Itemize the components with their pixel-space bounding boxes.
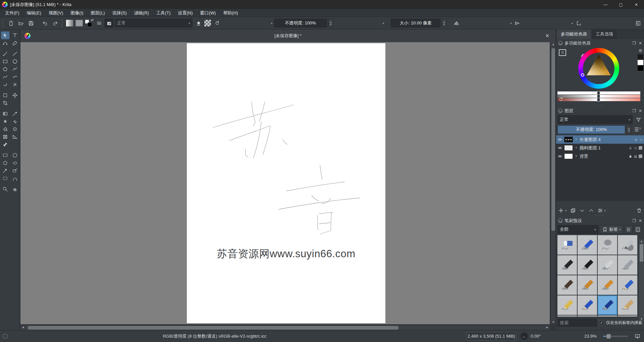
tool-polygon[interactable]: [1, 65, 9, 73]
tool-edit-shapes[interactable]: [1, 39, 9, 47]
inherit-alpha-icon[interactable]: [638, 154, 643, 158]
brush-preset-6[interactable]: [598, 255, 617, 275]
tool-ellipse[interactable]: [11, 58, 19, 65]
chevron-down-icon[interactable]: ▾: [571, 21, 573, 25]
alpha-lock-icon[interactable]: α: [640, 137, 643, 142]
layer-properties-button[interactable]: [597, 208, 603, 213]
tool-gradient[interactable]: [1, 110, 9, 118]
brush-preset-14[interactable]: [598, 295, 617, 315]
blend-mode-dropdown[interactable]: 正常 ▾: [115, 19, 193, 27]
maximize-button[interactable]: ▢: [613, 0, 629, 9]
selection-mode-icon[interactable]: [3, 334, 7, 338]
vertical-scrollbar-thumb[interactable]: [551, 48, 555, 231]
menu-item-滤镜R[interactable]: 滤镜(R): [130, 9, 153, 17]
open-document-button[interactable]: [16, 19, 25, 27]
brush-scrollbar-thumb[interactable]: [640, 244, 643, 262]
tool-rect-select[interactable]: [1, 151, 9, 159]
chevron-down-icon[interactable]: ▾: [271, 21, 273, 25]
menu-item-文件F[interactable]: 文件(F): [1, 9, 23, 17]
layer-name[interactable]: 矢量图层 4: [580, 137, 632, 143]
fit-to-screen-icon[interactable]: [635, 333, 640, 339]
toolbar-drag-handle[interactable]: [62, 19, 63, 27]
tool-crop[interactable]: [1, 99, 9, 107]
scroll-up-icon[interactable]: ▲: [639, 240, 644, 243]
color-history-swatch[interactable]: [638, 60, 643, 65]
tool-line[interactable]: [11, 50, 19, 58]
menu-item-工具T[interactable]: 工具(T): [153, 9, 174, 17]
tool-assistants[interactable]: [1, 133, 9, 141]
tool-polygon-select[interactable]: [1, 159, 9, 167]
brush-preset-8[interactable]: [557, 275, 577, 295]
docker-lock-icon[interactable]: [558, 41, 562, 45]
foreground-background-colors[interactable]: ⇄: [85, 19, 93, 27]
menu-item-帮助H[interactable]: 帮助(H): [219, 9, 241, 17]
docker-lock-icon[interactable]: [558, 109, 562, 113]
menu-item-视图V[interactable]: 视图(V): [45, 9, 67, 17]
size-spinner[interactable]: ▲▼: [442, 19, 446, 27]
layer-visibility-icon[interactable]: [557, 145, 562, 150]
brush-editor-button[interactable]: [105, 19, 113, 27]
layer-name[interactable]: 背景: [580, 153, 627, 159]
brush-preset-18[interactable]: [598, 316, 617, 317]
wrap-around-button[interactable]: [513, 19, 522, 27]
duplicate-layer-button[interactable]: [570, 208, 576, 213]
tool-freehand-path[interactable]: [11, 73, 19, 81]
hue-marker[interactable]: [581, 73, 584, 77]
display-mode-button[interactable]: [634, 225, 642, 233]
docker-splitter[interactable]: ······: [556, 104, 644, 107]
menu-item-窗口W[interactable]: 窗口(W): [197, 9, 220, 17]
layer-opacity-spinner[interactable]: ▲▼: [627, 125, 631, 134]
workspace-chooser-button[interactable]: [634, 19, 643, 27]
scroll-down-icon[interactable]: ▼: [639, 318, 644, 321]
brush-preset-15[interactable]: [618, 295, 637, 315]
brush-preset-16[interactable]: [557, 316, 577, 317]
dock-tab-工具选项[interactable]: 工具选项: [592, 29, 617, 39]
color-history-swatch[interactable]: [638, 66, 643, 71]
tool-rectangle[interactable]: [1, 58, 9, 65]
float-docker-icon[interactable]: ❐: [632, 218, 636, 223]
tool-transform[interactable]: [1, 91, 9, 99]
tool-fill[interactable]: [1, 125, 9, 133]
presets-menu-icon[interactable]: ☰: [625, 225, 633, 233]
tool-bezier-select[interactable]: [11, 167, 19, 175]
scroll-up-icon[interactable]: ▲: [551, 43, 556, 46]
canvas-viewport[interactable]: 苏音资源网www.suyin66.com: [20, 42, 550, 324]
scroll-left-icon[interactable]: ◄: [21, 326, 24, 329]
float-docker-icon[interactable]: ❐: [632, 41, 636, 46]
layer-visibility-icon[interactable]: [557, 154, 562, 159]
toolbar-drag-handle[interactable]: [2, 19, 4, 27]
reload-preset-button[interactable]: [213, 19, 221, 27]
brush-grid-scrollbar[interactable]: ▲ ▼: [639, 240, 644, 321]
layer-row-矢量图层 4[interactable]: 矢量图层 4α: [556, 135, 644, 144]
layer-name[interactable]: 颜料图层 1: [580, 145, 627, 151]
brush-preset-5[interactable]: [578, 255, 597, 275]
tool-move[interactable]: [11, 91, 19, 99]
brush-preset-9[interactable]: [578, 275, 597, 295]
close-docker-icon[interactable]: ✕: [639, 41, 642, 46]
minimize-button[interactable]: —: [598, 0, 613, 9]
tool-pointer[interactable]: [1, 31, 9, 39]
brush-preset-10[interactable]: [598, 275, 617, 295]
brush-preset-11[interactable]: [618, 275, 637, 295]
layer-options-menu-icon[interactable]: ☰▾: [633, 127, 643, 133]
saturation-slider[interactable]: [557, 95, 640, 98]
tool-color-sampler[interactable]: [11, 110, 19, 118]
layer-row-颜料图层 1[interactable]: 颜料图层 1α: [556, 144, 644, 152]
scroll-down-icon[interactable]: ▼: [551, 321, 556, 324]
layer-thumbnail[interactable]: [564, 137, 573, 142]
float-docker-icon[interactable]: ❐: [632, 109, 636, 113]
close-docker-icon[interactable]: ✕: [639, 109, 642, 113]
menu-item-编辑E[interactable]: 编辑(E): [23, 9, 45, 17]
layer-row-背景[interactable]: 背景α: [556, 152, 644, 160]
gradient-chooser[interactable]: [66, 19, 74, 27]
layer-thumbnail[interactable]: [564, 153, 573, 159]
layer-visibility-icon[interactable]: [557, 137, 562, 142]
brush-preset-12[interactable]: [557, 295, 577, 315]
tool-multibrush[interactable]: [11, 81, 19, 88]
move-layer-down-button[interactable]: [579, 208, 585, 213]
tool-outline-select[interactable]: [1, 175, 9, 182]
tool-freehand-brush[interactable]: [1, 50, 9, 58]
document-close-icon[interactable]: ✕: [545, 33, 549, 39]
redo-button[interactable]: [51, 19, 59, 27]
canvas-page[interactable]: 苏音资源网www.suyin66.com: [187, 43, 385, 323]
